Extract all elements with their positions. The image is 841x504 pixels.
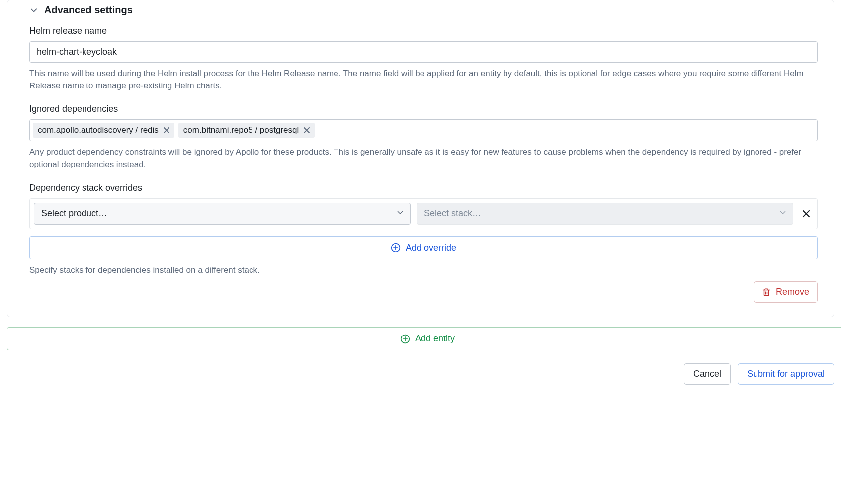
section-title: Advanced settings — [44, 4, 133, 16]
remove-tag-icon[interactable] — [303, 126, 311, 134]
caret-down-icon — [397, 211, 403, 217]
remove-button-label: Remove — [776, 287, 809, 297]
ignored-dependencies-field: Ignored dependencies com.apollo.autodisc… — [29, 104, 818, 170]
add-override-label: Add override — [406, 243, 456, 253]
tag-label: com.bitnami.repo5 / postgresql — [183, 125, 299, 135]
helm-release-label: Helm release name — [29, 26, 818, 36]
add-entity-label: Add entity — [415, 334, 455, 344]
product-select[interactable]: Select product… — [34, 203, 411, 225]
dependency-tag: com.apollo.autodiscovery / redis — [33, 123, 174, 138]
advanced-settings-toggle[interactable]: Advanced settings — [29, 4, 818, 16]
product-select-placeholder: Select product… — [41, 208, 107, 219]
helm-release-input[interactable] — [29, 41, 818, 63]
dependency-overrides-help: Specify stacks for dependencies installe… — [29, 264, 818, 277]
dependency-overrides-field: Dependency stack overrides Select produc… — [29, 183, 818, 277]
add-entity-button[interactable]: Add entity — [7, 327, 841, 350]
helm-release-field: Helm release name This name will be used… — [29, 26, 818, 92]
submit-for-approval-button[interactable]: Submit for approval — [738, 363, 834, 385]
dependency-tag: com.bitnami.repo5 / postgresql — [178, 123, 315, 138]
chevron-down-icon — [29, 6, 38, 15]
ignored-dependencies-input[interactable]: com.apollo.autodiscovery / redis com.bit… — [29, 119, 818, 141]
remove-tag-icon[interactable] — [163, 126, 170, 134]
add-override-button[interactable]: Add override — [29, 236, 818, 259]
ignored-dependencies-help: Any product dependency constraints will … — [29, 146, 818, 170]
remove-button[interactable]: Remove — [754, 281, 818, 303]
stack-select-placeholder: Select stack… — [424, 208, 481, 219]
caret-down-icon — [780, 211, 786, 217]
circle-plus-icon — [391, 243, 401, 252]
cancel-button[interactable]: Cancel — [684, 363, 731, 385]
remove-override-row-button[interactable] — [799, 210, 813, 218]
footer-actions: Cancel Submit for approval — [7, 363, 834, 385]
override-row: Select product… Select stack… — [29, 198, 818, 229]
dependency-overrides-label: Dependency stack overrides — [29, 183, 818, 193]
stack-select[interactable]: Select stack… — [417, 203, 793, 225]
helm-release-help: This name will be used during the Helm i… — [29, 68, 818, 92]
circle-plus-icon — [400, 334, 410, 344]
trash-icon — [762, 288, 771, 297]
ignored-dependencies-label: Ignored dependencies — [29, 104, 818, 114]
tag-label: com.apollo.autodiscovery / redis — [38, 125, 159, 135]
advanced-settings-card: Advanced settings Helm release name This… — [7, 0, 834, 317]
